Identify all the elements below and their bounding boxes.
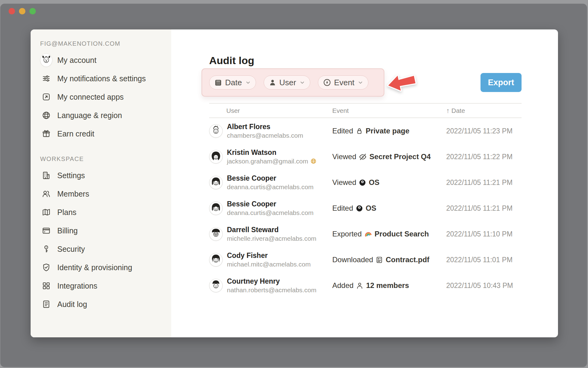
audit-list-icon bbox=[40, 300, 52, 309]
dog-avatar-icon bbox=[40, 53, 52, 67]
event-filter-button[interactable]: Event bbox=[318, 75, 369, 90]
event-date: 2022/11/05 11:10 PM bbox=[446, 230, 522, 238]
chevron-down-icon bbox=[357, 79, 364, 86]
date-filter-label: Date bbox=[225, 78, 242, 87]
rainbow-icon bbox=[364, 230, 372, 238]
key-icon bbox=[40, 244, 52, 254]
sidebar-item-language-region[interactable]: Language & region bbox=[40, 106, 171, 125]
event-object: Product Search bbox=[375, 230, 429, 238]
avatar bbox=[209, 150, 223, 163]
avatar bbox=[209, 124, 223, 138]
bolt-circle-icon bbox=[323, 78, 331, 87]
sidebar-item-connected-apps[interactable]: My connected apps bbox=[40, 88, 171, 106]
user-name: Albert Flores bbox=[227, 122, 303, 131]
user-name: Cody Fisher bbox=[227, 251, 311, 260]
sidebar-item-label: Billing bbox=[57, 226, 78, 235]
event-verb: Edited bbox=[332, 204, 353, 213]
avatar bbox=[209, 253, 223, 266]
calendar-icon bbox=[214, 79, 222, 87]
table-row: Courtney Henry nathan.roberts@acmelabs.c… bbox=[209, 273, 522, 298]
sidebar-item-members[interactable]: Members bbox=[40, 185, 171, 203]
event-verb: Viewed bbox=[332, 152, 356, 161]
table-row: Kristin Watson jackson.graham@gmail.com … bbox=[209, 144, 522, 170]
sidebar-item-identity-provisioning[interactable]: Identity & provisioning bbox=[40, 258, 171, 277]
sidebar-item-label: Earn credit bbox=[57, 129, 94, 138]
annotation-arrow-left-icon bbox=[386, 71, 417, 94]
people-icon bbox=[40, 189, 52, 198]
chevron-down-icon bbox=[299, 79, 306, 86]
sidebar-item-security[interactable]: Security bbox=[40, 240, 171, 258]
event-verb: Added bbox=[332, 281, 353, 290]
traffic-lights bbox=[9, 8, 36, 14]
svg-text:8: 8 bbox=[359, 206, 360, 209]
filter-row: Date User Event bbox=[202, 68, 522, 97]
export-button[interactable]: Export bbox=[481, 73, 522, 92]
event-object: Contract.pdf bbox=[386, 255, 429, 264]
table-row: Albert Flores chambers@acmelabs.com Edit… bbox=[209, 118, 522, 144]
event-object: Secret Project Q4 bbox=[369, 152, 431, 161]
svg-text:8: 8 bbox=[362, 181, 363, 183]
event-date: 2022/11/05 10:43 PM bbox=[446, 282, 522, 290]
shield-check-icon bbox=[40, 263, 52, 272]
settings-dialog: FIG@MAKENOTION.COM My account My notific… bbox=[31, 29, 558, 337]
eight-ball-icon: 8 bbox=[359, 179, 366, 186]
sidebar-item-label: Settings bbox=[57, 171, 85, 180]
user-email: deanna.curtis@acmelabs.com bbox=[227, 183, 314, 191]
account-section: My account My notifications & settings M… bbox=[40, 51, 171, 143]
map-icon bbox=[40, 208, 52, 217]
audit-log-page: Audit log Date User bbox=[171, 29, 559, 337]
building-icon bbox=[40, 171, 52, 180]
sliders-icon bbox=[40, 74, 52, 83]
audit-log-table: User Event ↑ Date Albert Flores chambers… bbox=[209, 103, 522, 298]
sidebar-item-notifications-settings[interactable]: My notifications & settings bbox=[40, 69, 171, 88]
sidebar-item-label: Identity & provisioning bbox=[57, 263, 132, 272]
close-window-button[interactable] bbox=[9, 8, 15, 14]
sidebar-item-label: My account bbox=[57, 56, 96, 65]
event-date: 2022/11/05 11:23 PM bbox=[446, 127, 522, 135]
table-row: Bessie Cooper deanna.curtis@acmelabs.com… bbox=[209, 170, 522, 195]
event-date: 2022/11/05 11:01 PM bbox=[446, 256, 522, 264]
minimize-window-button[interactable] bbox=[19, 8, 25, 14]
sidebar-item-plans[interactable]: Plans bbox=[40, 203, 171, 221]
user-email: michael.mitc@acmelabs.com bbox=[227, 260, 311, 268]
sidebar-item-label: Integrations bbox=[57, 282, 97, 290]
user-name: Courtney Henry bbox=[227, 277, 316, 286]
sort-ascending-icon: ↑ bbox=[446, 107, 450, 115]
event-verb: Viewed bbox=[332, 178, 356, 187]
account-section-label: FIG@MAKENOTION.COM bbox=[40, 39, 171, 48]
event-verb: Exported bbox=[332, 230, 362, 238]
avatar bbox=[209, 227, 223, 241]
sidebar-item-integrations[interactable]: Integrations bbox=[40, 277, 171, 295]
table-row: Darrell Steward michelle.rivera@acmelabs… bbox=[209, 221, 522, 247]
sidebar-item-label: My notifications & settings bbox=[57, 74, 146, 83]
user-email: chambers@acmelabs.com bbox=[227, 131, 303, 140]
arrow-up-right-box-icon bbox=[40, 92, 52, 102]
workspace-section: Settings Members Plans bbox=[40, 166, 171, 313]
date-filter-button[interactable]: Date bbox=[209, 75, 256, 90]
event-object: OS bbox=[369, 178, 379, 187]
sidebar-item-settings[interactable]: Settings bbox=[40, 166, 171, 185]
avatar bbox=[209, 279, 223, 292]
maximize-window-button[interactable] bbox=[29, 8, 36, 14]
grid-icon bbox=[40, 281, 52, 290]
app-window: FIG@MAKENOTION.COM My account My notific… bbox=[0, 4, 587, 367]
workspace-section-label: WORKSPACE bbox=[40, 154, 171, 164]
sidebar-item-audit-log[interactable]: Audit log bbox=[40, 295, 171, 313]
event-verb: Downloaded bbox=[332, 255, 373, 264]
document-icon bbox=[375, 256, 383, 264]
sidebar-item-label: Security bbox=[57, 245, 85, 254]
event-object: OS bbox=[366, 204, 376, 213]
globe-icon bbox=[40, 111, 52, 120]
user-filter-button[interactable]: User bbox=[264, 75, 310, 90]
user-email: michelle.rivera@acmelabs.com bbox=[227, 234, 316, 243]
user-filter-label: User bbox=[279, 78, 296, 87]
user-name: Darrell Steward bbox=[227, 225, 316, 234]
sidebar-item-my-account[interactable]: My account bbox=[40, 51, 171, 69]
sidebar-item-billing[interactable]: Billing bbox=[40, 221, 171, 240]
gift-icon bbox=[40, 129, 52, 138]
sidebar-item-earn-credit[interactable]: Earn credit bbox=[40, 125, 171, 143]
user-name: Bessie Cooper bbox=[227, 200, 314, 209]
settings-sidebar: FIG@MAKENOTION.COM My account My notific… bbox=[31, 29, 171, 337]
column-header-date[interactable]: ↑ Date bbox=[446, 107, 522, 115]
user-name: Kristin Watson bbox=[227, 148, 317, 157]
